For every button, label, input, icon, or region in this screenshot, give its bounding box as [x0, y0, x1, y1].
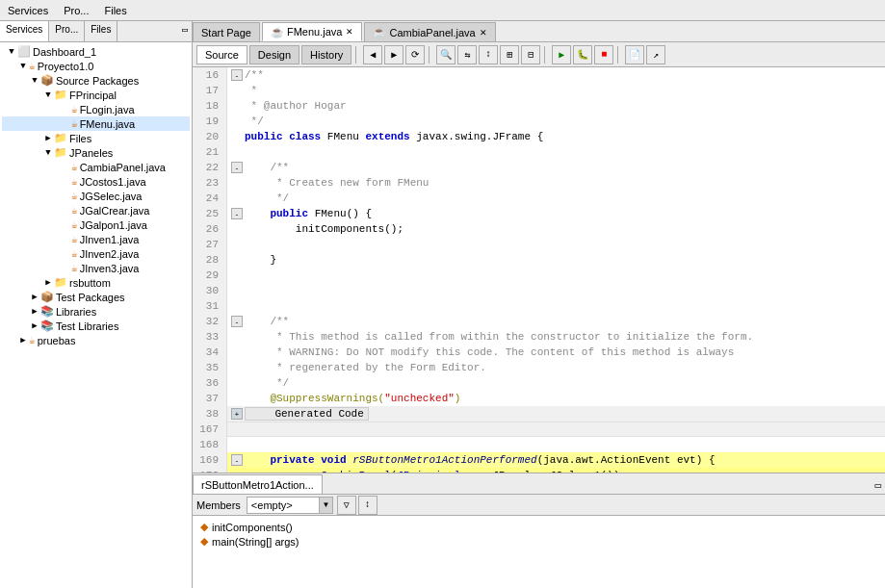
- code-line-169[interactable]: - private void rSButtonMetro1ActionPerfo…: [227, 452, 885, 468]
- tab-pro[interactable]: Pro...: [49, 21, 85, 41]
- fold-16[interactable]: -: [231, 69, 243, 81]
- toggle3-btn[interactable]: ⊞: [500, 45, 519, 64]
- code-line-33[interactable]: * This method is called from within the …: [227, 329, 885, 345]
- tab-services[interactable]: Services: [0, 21, 49, 41]
- filter-btn[interactable]: ▽: [337, 496, 356, 515]
- code-line-16[interactable]: - /**: [227, 67, 885, 83]
- menu-files[interactable]: Files: [100, 3, 130, 18]
- back-btn[interactable]: ◀: [363, 45, 382, 64]
- rsbuttom-label: rsbuttom: [69, 277, 111, 289]
- toggle4-btn[interactable]: ⊟: [521, 45, 540, 64]
- forward-btn[interactable]: ▶: [384, 45, 403, 64]
- code-line-31[interactable]: [227, 298, 885, 314]
- fold-169[interactable]: -: [231, 454, 243, 466]
- tree-node-jpaneles[interactable]: ▼ 📁 JPaneles: [2, 145, 190, 160]
- member-main[interactable]: ◆ main(String[] args): [196, 534, 881, 549]
- tree-node-libraries[interactable]: ▶ 📚 Libraries: [2, 304, 190, 319]
- bottom-tab-rsbutton[interactable]: rSButtonMetro1Action...: [193, 474, 323, 494]
- tree-node-jgalcrear[interactable]: ☕ JGalCrear.java: [2, 203, 190, 217]
- code-line-17[interactable]: *: [227, 83, 885, 98]
- editor-source-tab[interactable]: Source: [196, 45, 247, 64]
- ln-25: 25: [193, 206, 222, 221]
- member-initcomponents[interactable]: ◆ initComponents(): [196, 520, 881, 534]
- tree-node-jinven1[interactable]: ☕ JInven1.java: [2, 232, 190, 246]
- tree-node-files[interactable]: ▶ 📁 Files: [2, 131, 190, 145]
- editor-tab-bar: Start Page ☕ FMenu.java ✕ ☕ CambiaPanel.…: [193, 21, 885, 42]
- tree-node-project[interactable]: ▼ ☕ Proyecto1.0: [2, 59, 190, 73]
- fmenu-tab-close[interactable]: ✕: [346, 27, 353, 37]
- code-line-168[interactable]: [227, 437, 885, 452]
- tab-files[interactable]: Files: [85, 21, 117, 41]
- code-line-24[interactable]: */: [227, 191, 885, 206]
- tree-node-dashboard[interactable]: ▼ ⬜ Dashboard_1: [2, 44, 190, 59]
- code-line-20[interactable]: public class FMenu extends javax.swing.J…: [227, 129, 885, 144]
- tree-node-flogin[interactable]: ☕ FLogin.java: [2, 102, 190, 116]
- menu-pro[interactable]: Pro...: [60, 3, 92, 18]
- code-line-19[interactable]: */: [227, 114, 885, 129]
- code-line-36[interactable]: */: [227, 375, 885, 391]
- code-line-18[interactable]: * @author Hogar: [227, 98, 885, 114]
- code-line-28[interactable]: }: [227, 252, 885, 268]
- toggle2-btn[interactable]: ↕: [479, 45, 498, 64]
- tree-node-rsbuttom[interactable]: ▶ 📁 rsbuttom: [2, 275, 190, 290]
- code-line-27[interactable]: [227, 237, 885, 252]
- toggle1-btn[interactable]: ⇆: [457, 45, 477, 64]
- fold-25[interactable]: -: [231, 208, 243, 219]
- code-line-22[interactable]: - /**: [227, 160, 885, 175]
- tab-startpage[interactable]: Start Page: [193, 22, 260, 41]
- bookmark-btn[interactable]: 📄: [625, 45, 644, 64]
- tree-node-fmenu[interactable]: ☕ FMenu.java: [2, 116, 190, 131]
- code-line-37[interactable]: @SuppressWarnings("unchecked"): [227, 391, 885, 406]
- tree-node-fprincipal[interactable]: ▼ 📁 FPrincipal: [2, 88, 190, 102]
- members-combo[interactable]: <empty> ▼: [247, 497, 333, 514]
- search-btn[interactable]: 🔍: [436, 45, 456, 64]
- editor-history-tab[interactable]: History: [301, 45, 351, 64]
- code-line-32[interactable]: - /**: [227, 314, 885, 329]
- ln-30: 30: [193, 283, 222, 298]
- code-text-18: * @author Hogar: [245, 100, 347, 112]
- fold-38[interactable]: +: [231, 408, 243, 420]
- tree-node-jcostos[interactable]: ☕ JCostos1.java: [2, 174, 190, 189]
- code-line-26[interactable]: initComponents();: [227, 221, 885, 237]
- panel-close-btn[interactable]: ▭: [178, 21, 192, 41]
- tab-cambia[interactable]: ☕ CambiaPanel.java ✕: [364, 22, 495, 41]
- tree-node-jinven2[interactable]: ☕ JInven2.java: [2, 246, 190, 261]
- refresh-btn[interactable]: ⟳: [405, 45, 425, 64]
- code-line-38[interactable]: + Generated Code: [227, 406, 885, 422]
- combo-arrow-icon[interactable]: ▼: [319, 498, 332, 513]
- menu-services[interactable]: Services: [4, 3, 52, 18]
- editor-design-tab[interactable]: Design: [249, 45, 299, 64]
- tree-node-jgselec[interactable]: ☕ JGSelec.java: [2, 189, 190, 203]
- code-editor[interactable]: 16 17 18 19 20 21 22 23 24 25 26 27 28 2…: [193, 67, 885, 473]
- code-line-35[interactable]: * regenerated by the Form Editor.: [227, 360, 885, 375]
- sort-btn[interactable]: ↕: [358, 496, 377, 515]
- code-line-23[interactable]: * Creates new form FMenu: [227, 175, 885, 191]
- tree-node-jinven3[interactable]: ☕ JInven3.java: [2, 261, 190, 275]
- code-content[interactable]: - /** * * @author Hogar: [227, 67, 885, 473]
- member-label-2: main(String[] args): [212, 536, 299, 548]
- debug-btn[interactable]: 🐛: [573, 45, 592, 64]
- tree-node-cambia[interactable]: ☕ CambiaPanel.java: [2, 160, 190, 174]
- fold-22[interactable]: -: [231, 162, 243, 173]
- tree-node-jgalpon1[interactable]: ☕ JGalpon1.java: [2, 217, 190, 232]
- code-line-21[interactable]: [227, 144, 885, 160]
- run-btn[interactable]: ▶: [552, 45, 571, 64]
- tree-node-test-packages[interactable]: ▶ 📦 Test Packages: [2, 290, 190, 304]
- cambia-tab-close[interactable]: ✕: [480, 28, 487, 38]
- tab-fmenu[interactable]: ☕ FMenu.java ✕: [262, 22, 362, 41]
- code-line-30[interactable]: [227, 283, 885, 298]
- stop-btn[interactable]: ■: [594, 45, 613, 64]
- code-text-17: *: [245, 85, 257, 96]
- fold-32[interactable]: -: [231, 316, 243, 327]
- goto-btn[interactable]: ↗: [646, 45, 665, 64]
- tree-node-test-libraries[interactable]: ▶ 📚 Test Libraries: [2, 319, 190, 333]
- code-line-34[interactable]: * WARNING: Do NOT modify this code. The …: [227, 345, 885, 360]
- jcostos-label: JCostos1.java: [80, 176, 146, 188]
- ln-169: 169: [193, 452, 222, 468]
- toolbar-sep-4: [617, 46, 621, 64]
- tree-node-pruebas[interactable]: ▶ ☕ pruebas: [2, 333, 190, 347]
- bottom-panel-close[interactable]: ▭: [871, 477, 885, 494]
- code-line-29[interactable]: [227, 268, 885, 283]
- code-line-25[interactable]: - public FMenu() {: [227, 206, 885, 221]
- tree-node-source-packages[interactable]: ▼ 📦 Source Packages: [2, 73, 190, 88]
